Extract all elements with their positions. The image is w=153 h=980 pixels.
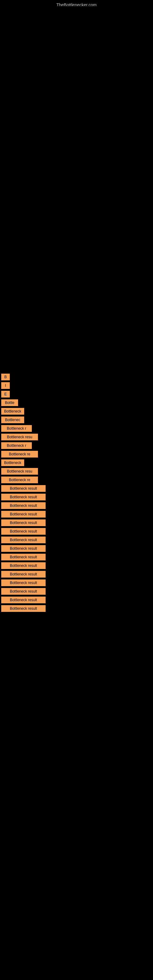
bottleneck-result-button-7[interactable]: Bottleneck r	[1, 425, 32, 432]
button-row-17: Bottleneck result	[0, 511, 153, 517]
bottleneck-result-button-28[interactable]: Bottleneck result	[1, 605, 46, 612]
button-row-27: Bottleneck result	[0, 597, 153, 603]
button-row-3: E	[0, 391, 153, 398]
button-row-2: I	[0, 382, 153, 389]
button-row-24: Bottleneck result	[0, 571, 153, 578]
bottleneck-result-button-2[interactable]: I	[1, 382, 10, 389]
bottleneck-result-button-10[interactable]: Bottleneck re	[1, 451, 38, 458]
button-row-9: Bottleneck r	[0, 442, 153, 449]
bottleneck-result-button-23[interactable]: Bottleneck result	[1, 562, 46, 569]
bottleneck-result-button-11[interactable]: Bottleneck	[1, 460, 24, 466]
button-row-14: Bottleneck result	[0, 485, 153, 492]
button-row-26: Bottleneck result	[0, 588, 153, 595]
button-row-19: Bottleneck result	[0, 528, 153, 535]
button-row-18: Bottleneck result	[0, 519, 153, 526]
button-row-4: Bottle	[0, 399, 153, 406]
bottleneck-result-button-25[interactable]: Bottleneck result	[1, 579, 46, 586]
bottleneck-result-button-13[interactable]: Bottleneck re	[1, 477, 38, 483]
bottleneck-result-button-15[interactable]: Bottleneck result	[1, 494, 46, 500]
bottleneck-result-button-24[interactable]: Bottleneck result	[1, 571, 46, 578]
button-row-23: Bottleneck result	[0, 562, 153, 569]
button-row-15: Bottleneck result	[0, 494, 153, 500]
button-row-6: Bottlenec	[0, 417, 153, 423]
bottleneck-result-button-5[interactable]: Bottleneck	[1, 408, 24, 415]
button-row-20: Bottleneck result	[0, 536, 153, 543]
bottleneck-result-button-27[interactable]: Bottleneck result	[1, 597, 46, 603]
bottleneck-result-button-3[interactable]: E	[1, 391, 10, 398]
bottleneck-result-button-19[interactable]: Bottleneck result	[1, 528, 46, 535]
button-row-21: Bottleneck result	[0, 545, 153, 552]
buttons-area: BIEBottleBottleneckBottlenecBottleneck r…	[0, 374, 153, 614]
button-row-11: Bottleneck	[0, 460, 153, 466]
button-row-5: Bottleneck	[0, 408, 153, 415]
bottleneck-result-button-8[interactable]: Bottleneck resu	[1, 434, 38, 441]
chart-area	[0, 6, 153, 374]
button-row-13: Bottleneck re	[0, 477, 153, 483]
button-row-16: Bottleneck result	[0, 502, 153, 509]
button-row-7: Bottleneck r	[0, 425, 153, 432]
bottleneck-result-button-20[interactable]: Bottleneck result	[1, 536, 46, 543]
button-row-25: Bottleneck result	[0, 579, 153, 586]
bottleneck-result-button-22[interactable]: Bottleneck result	[1, 554, 46, 560]
button-row-22: Bottleneck result	[0, 554, 153, 560]
bottleneck-result-button-26[interactable]: Bottleneck result	[1, 588, 46, 595]
bottleneck-result-button-14[interactable]: Bottleneck result	[1, 485, 46, 492]
button-row-10: Bottleneck re	[0, 451, 153, 458]
button-row-8: Bottleneck resu	[0, 434, 153, 441]
button-row-12: Bottleneck resu	[0, 468, 153, 475]
bottleneck-result-button-16[interactable]: Bottleneck result	[1, 502, 46, 509]
bottleneck-result-button-17[interactable]: Bottleneck result	[1, 511, 46, 517]
bottleneck-result-button-1[interactable]: B	[1, 374, 10, 380]
bottleneck-result-button-18[interactable]: Bottleneck result	[1, 519, 46, 526]
bottleneck-result-button-21[interactable]: Bottleneck result	[1, 545, 46, 552]
bottleneck-result-button-9[interactable]: Bottleneck r	[1, 442, 32, 449]
button-row-28: Bottleneck result	[0, 605, 153, 612]
bottleneck-result-button-4[interactable]: Bottle	[1, 399, 18, 406]
bottleneck-result-button-6[interactable]: Bottlenec	[1, 417, 24, 423]
button-row-1: B	[0, 374, 153, 380]
bottleneck-result-button-12[interactable]: Bottleneck resu	[1, 468, 38, 475]
